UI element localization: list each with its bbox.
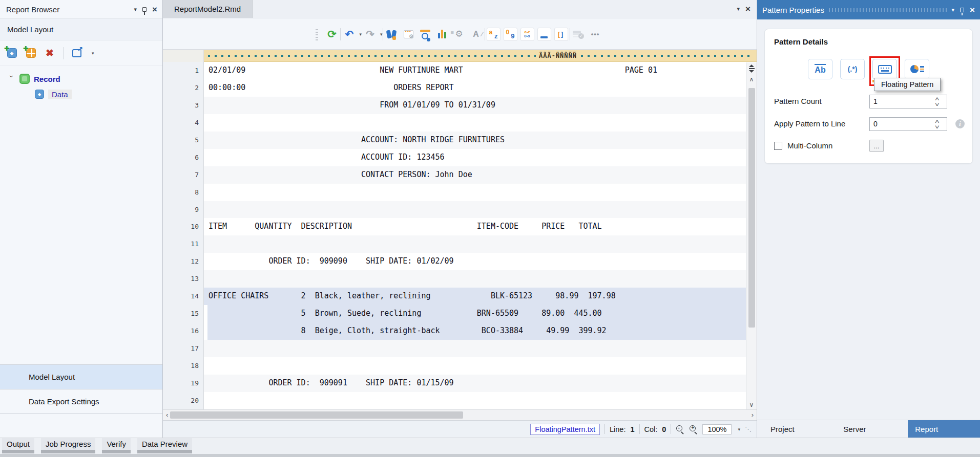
chart-icon[interactable]	[435, 27, 449, 41]
ruler-pattern-text[interactable]: ÃÃÃ-ÑÑÑÑÑ	[536, 50, 580, 61]
nav-item-model-layout[interactable]: Model Layout	[0, 364, 162, 389]
zoom-level-select[interactable]: 100%	[702, 424, 732, 434]
report-line-6[interactable]: 6 ACCOUNT ID: 123456	[163, 149, 746, 166]
resize-grip-icon[interactable]: ⋱	[745, 425, 752, 433]
report-line-13[interactable]: 13	[163, 270, 746, 288]
export-dropdown-chevron-icon[interactable]: ▾	[92, 51, 94, 56]
horizontal-scrollbar[interactable]: ‹ ›	[163, 409, 757, 420]
alpha-pattern-icon[interactable]: az	[487, 28, 501, 41]
close-icon[interactable]: ×	[970, 6, 975, 14]
brackets-pattern-icon[interactable]: []	[554, 28, 568, 41]
report-line-9[interactable]: 9	[163, 201, 746, 219]
splitter-handle-icon[interactable]	[746, 64, 757, 74]
panel-menu-chevron-icon[interactable]: ▾	[952, 7, 955, 13]
dock-tab-label: Verify	[102, 438, 131, 450]
export-icon[interactable]	[71, 48, 82, 59]
vertical-scroll-thumb[interactable]	[748, 88, 755, 328]
tree-item-record[interactable]: › Record	[0, 71, 162, 86]
report-line-10[interactable]: 10ITEM QUANTITY DESCRIPTION ITEM-CODE PR…	[163, 218, 746, 235]
scroll-up-icon[interactable]: ∧	[746, 76, 757, 83]
dock-tab-output[interactable]: Output	[2, 438, 34, 453]
undo-dropdown-chevron-icon[interactable]: ▾	[359, 32, 362, 37]
record-icon	[19, 74, 30, 84]
regex-pattern-button[interactable]: (.*)	[840, 59, 865, 79]
report-line-4[interactable]: 4	[163, 114, 746, 132]
apply-pattern-spinner[interactable]: ˄˅	[935, 119, 939, 130]
ruler-band[interactable]: ÃÃÃ-ÑÑÑÑÑ	[204, 50, 757, 62]
report-browser-title: Report Browser	[6, 5, 59, 14]
source-file-link[interactable]: FloatingPattern.txt	[530, 424, 600, 435]
font-edit-icon[interactable]: A	[469, 27, 483, 41]
multi-column-checkbox[interactable]	[774, 142, 782, 150]
nav-item-data-export-settings[interactable]: Data Export Settings	[0, 389, 162, 414]
preview-icon[interactable]	[419, 27, 432, 41]
settings-icon[interactable]	[402, 27, 415, 41]
report-line-15[interactable]: 15 5 Brown, Suede, reclining BRN-65509 8…	[163, 305, 746, 322]
vertical-scrollbar[interactable]: ∧ ∨	[746, 62, 757, 409]
underscore-pattern-icon[interactable]	[537, 28, 551, 41]
tab-server-explorer[interactable]: Server Explorer	[836, 420, 902, 438]
tree-expander-icon[interactable]: ›	[8, 75, 16, 82]
report-line-19[interactable]: 19 ORDER ID: 909091 SHIP DATE: 01/15/09	[163, 375, 746, 392]
report-line-14[interactable]: 14OFFICE CHAIRS 2 Black, leather, reclin…	[163, 288, 746, 305]
document-lines[interactable]: 102/01/09 NEW FURTINURE MART PAGE 01200:…	[163, 62, 757, 409]
find-icon[interactable]	[385, 27, 399, 41]
add-record-icon[interactable]: ◆✚	[6, 48, 17, 59]
scroll-right-icon[interactable]: ›	[752, 410, 754, 420]
delete-icon[interactable]: ✖	[44, 48, 55, 59]
line-number: 9	[163, 201, 204, 219]
pin-icon[interactable]	[142, 7, 147, 12]
add-fields-icon[interactable]: ✚	[25, 48, 36, 59]
line-text	[204, 357, 746, 375]
report-line-1[interactable]: 102/01/09 NEW FURTINURE MART PAGE 01	[163, 62, 746, 79]
undo-icon[interactable]: ↶	[342, 27, 356, 41]
report-line-2[interactable]: 200:00:00 ORDERS REPORT	[163, 79, 746, 97]
multi-column-label: Multi-Column	[787, 141, 832, 150]
tab-list-chevron-icon[interactable]: ▾	[737, 6, 740, 12]
redo-icon[interactable]: ↷	[363, 27, 377, 41]
line-text: CONTACT PERSON: John Doe	[204, 166, 746, 184]
report-line-17[interactable]: 17	[163, 340, 746, 357]
report-line-18[interactable]: 18	[163, 357, 746, 375]
pattern-properties-panel: Pattern Properties ▾ × Pattern Details A…	[757, 0, 980, 438]
dock-tab-data-preview[interactable]: Data Preview	[137, 438, 192, 453]
report-line-3[interactable]: 3 FROM 01/01/09 TO 01/31/09	[163, 97, 746, 114]
pin-icon[interactable]	[960, 8, 964, 12]
dock-tab-verify[interactable]: Verify	[102, 438, 131, 453]
scroll-left-icon[interactable]: ‹	[166, 410, 168, 420]
report-line-5[interactable]: 5 ACCOUNT: NORTH RIDGE FURNITURES	[163, 132, 746, 149]
auto-process-icon[interactable]: ⚙	[452, 27, 466, 41]
horizontal-scroll-thumb[interactable]	[170, 411, 463, 419]
tab-close-icon[interactable]: ×	[745, 5, 750, 13]
panel-menu-chevron-icon[interactable]: ▾	[134, 7, 137, 12]
close-icon[interactable]: ×	[152, 5, 157, 14]
zoom-dropdown-chevron-icon[interactable]: ▾	[738, 427, 740, 432]
model-layout-header-label: Model Layout	[7, 25, 53, 34]
report-line-20[interactable]: 20	[163, 392, 746, 409]
multi-column-ellipsis-button[interactable]: ...	[869, 140, 884, 152]
refresh-icon[interactable]: ⟳	[325, 27, 339, 41]
report-line-11[interactable]: 11	[163, 235, 746, 253]
floating-pattern-button[interactable]	[872, 59, 897, 79]
dock-tab-job-progress[interactable]: Job Progress	[41, 438, 95, 453]
tab-reportmodel2[interactable]: ReportModel2.Rmd	[163, 0, 253, 18]
toolbar-drag-handle[interactable]	[316, 28, 318, 40]
more-icon[interactable]: •••	[589, 27, 602, 41]
pattern-properties-titlebar: Pattern Properties ▾ ×	[757, 0, 980, 19]
scroll-down-icon[interactable]: ∨	[746, 401, 757, 408]
zoom-in-icon[interactable]: +	[689, 425, 698, 433]
zoom-out-icon[interactable]: -	[676, 425, 684, 433]
pattern-ruler[interactable]: ÃÃÃ-ÑÑÑÑÑ	[163, 50, 757, 62]
tab-project-explorer[interactable]: Project Explorer	[763, 420, 830, 438]
tab-report-properties[interactable]: Report Properties	[908, 420, 980, 438]
numeric-pattern-icon[interactable]: 09	[504, 28, 517, 41]
report-line-7[interactable]: 7 CONTACT PERSON: John Doe	[163, 166, 746, 184]
pattern-count-spinner[interactable]: ˄˅	[935, 96, 939, 107]
alphanumeric-pattern-icon[interactable]: a-z0-9	[520, 28, 534, 41]
auto-pattern-button[interactable]	[905, 59, 929, 79]
report-line-8[interactable]: 8	[163, 184, 746, 201]
report-line-12[interactable]: 12 ORDER ID: 909090 SHIP DATE: 01/02/09	[163, 253, 746, 270]
text-pattern-button[interactable]: Ab	[808, 59, 832, 79]
tree-item-data[interactable]: ◆ Data	[0, 86, 162, 102]
report-line-16[interactable]: 16 8 Beige, Cloth, straight-back BCO-338…	[163, 322, 746, 340]
